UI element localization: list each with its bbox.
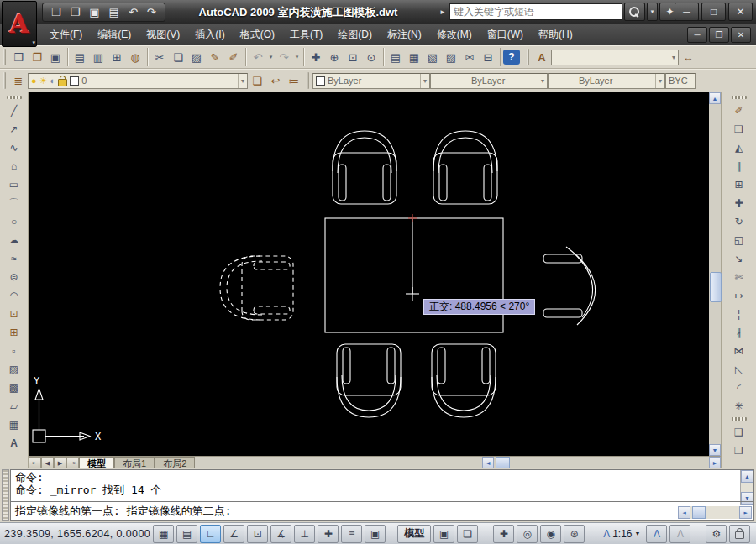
annotation-autoscale-icon[interactable]: Λ bbox=[669, 525, 690, 543]
markup-set-manager-icon[interactable]: ✉ bbox=[460, 48, 479, 66]
osnap-toggle[interactable]: ⊡ bbox=[247, 525, 268, 543]
zoom-previous-icon[interactable]: ⊙ bbox=[362, 48, 381, 66]
chamfer-icon[interactable]: ◺ bbox=[728, 360, 750, 379]
menu-modify[interactable]: 修改(M) bbox=[429, 24, 480, 45]
layer-properties-manager-icon[interactable]: ≣ bbox=[9, 71, 28, 90]
scroll-left-icon[interactable]: ◄ bbox=[678, 506, 690, 519]
command-window[interactable]: 命令: 命令: _mirror 找到 14 个 ▲ ▼ 指定镜像线的第一点: 指… bbox=[10, 469, 754, 521]
toolbar-grip[interactable] bbox=[527, 49, 529, 65]
command-vertical-scrollbar[interactable]: ▲ ▼ bbox=[740, 470, 753, 505]
plot-icon[interactable]: ▤ bbox=[71, 48, 89, 66]
command-history[interactable]: 命令: 命令: _mirror 找到 14 个 bbox=[11, 470, 753, 501]
command-input-line[interactable]: 指定镜像线的第一点: 指定镜像线的第二点: ◄ ► bbox=[11, 501, 753, 520]
layer-select[interactable]: ● ☀ ◐ 0 ▾ bbox=[28, 73, 248, 89]
annotation-visibility-icon[interactable]: Λ bbox=[646, 525, 667, 543]
scroll-left-icon[interactable]: ◄ bbox=[482, 457, 494, 468]
pan-icon[interactable]: ✚ bbox=[493, 525, 514, 543]
properties-icon[interactable]: ▤ bbox=[386, 48, 405, 66]
sheet-set-manager-icon[interactable]: ▨ bbox=[442, 48, 460, 66]
search-dropdown-button[interactable]: ▾ bbox=[647, 3, 658, 21]
toolbar-grip[interactable] bbox=[732, 417, 747, 421]
vertical-scrollbar[interactable]: ▲ ▼ bbox=[709, 92, 721, 456]
menu-format[interactable]: 格式(O) bbox=[233, 24, 282, 45]
toolbar-grip[interactable] bbox=[3, 72, 6, 89]
arc-icon[interactable]: ⌒ bbox=[3, 194, 25, 212]
copy-object-icon[interactable]: ❏ bbox=[728, 120, 750, 139]
redo-dropdown-icon[interactable]: ▾ bbox=[293, 54, 301, 60]
close-button[interactable]: ✕ bbox=[728, 3, 753, 21]
toolbar-lock-icon[interactable] bbox=[729, 525, 750, 543]
drawing-canvas[interactable]: Y X 正交: 488.4956 < 270° bbox=[29, 92, 709, 456]
doc-minimize-button[interactable]: ─ bbox=[687, 27, 707, 43]
doc-restore-button[interactable]: ❐ bbox=[709, 27, 729, 43]
workspace-gear-icon[interactable]: ⚙ bbox=[706, 525, 727, 543]
scale-icon[interactable]: ◱ bbox=[728, 231, 750, 249]
search-input[interactable] bbox=[449, 3, 622, 20]
scroll-up-icon[interactable]: ▲ bbox=[741, 470, 753, 483]
scroll-right-icon[interactable]: ► bbox=[739, 506, 752, 519]
paste-icon[interactable]: ▨ bbox=[187, 48, 206, 66]
maximize-button[interactable]: □ bbox=[701, 3, 726, 21]
toolbar-grip[interactable] bbox=[732, 96, 747, 99]
menu-dimension[interactable]: 标注(N) bbox=[380, 24, 429, 45]
qopen-icon[interactable]: ❐ bbox=[71, 7, 81, 18]
plot-style-select[interactable]: BYC bbox=[665, 73, 696, 89]
vertical-scroll-thumb[interactable] bbox=[710, 272, 722, 302]
ortho-toggle[interactable]: ∟ bbox=[200, 525, 221, 543]
dim-style-icon[interactable]: ↔ bbox=[679, 48, 697, 66]
new-icon[interactable]: ❒ bbox=[9, 48, 28, 66]
coordinates-readout[interactable]: 239.3509, 1655.6204, 0.0000 bbox=[4, 528, 150, 540]
break-icon[interactable]: ∦ bbox=[728, 323, 750, 342]
snap-toggle[interactable]: ▦ bbox=[153, 525, 174, 543]
erase-icon[interactable]: ✐ bbox=[728, 102, 750, 120]
open-icon[interactable]: ❐ bbox=[28, 48, 46, 66]
cut-icon[interactable]: ✂ bbox=[150, 48, 169, 66]
layer-states-icon[interactable]: ≔ bbox=[285, 71, 303, 90]
qundo-icon[interactable]: ↶ bbox=[129, 7, 138, 18]
publish-icon[interactable]: ⊞ bbox=[108, 48, 126, 66]
send-to-back-icon[interactable]: ❒ bbox=[728, 442, 750, 460]
horizontal-scrollbar[interactable]: ◄ ► bbox=[195, 457, 721, 469]
menu-tools[interactable]: 工具(T) bbox=[282, 24, 330, 45]
mirror-icon[interactable]: ◭ bbox=[728, 139, 750, 157]
annotation-scale-control[interactable]: Λ 1:16 ▼ bbox=[600, 526, 643, 542]
app-menu-button[interactable]: A ▾ bbox=[2, 1, 37, 47]
fillet-icon[interactable]: ◜ bbox=[728, 379, 750, 397]
menu-edit[interactable]: 编辑(E) bbox=[90, 24, 139, 45]
quick-view-drawings-icon[interactable]: ❏ bbox=[457, 525, 478, 543]
polar-toggle[interactable]: ∠ bbox=[223, 525, 244, 543]
ducs-toggle[interactable]: ⊥ bbox=[294, 525, 315, 543]
lineweight-select[interactable]: ByLayer ▾ bbox=[548, 73, 665, 89]
polygon-icon[interactable]: ⌂ bbox=[3, 157, 25, 175]
redo-icon[interactable]: ↷ bbox=[275, 48, 293, 66]
explode-icon[interactable]: ✳ bbox=[728, 397, 750, 416]
circle-icon[interactable]: ○ bbox=[3, 212, 25, 231]
infocenter-expand-icon[interactable]: ► bbox=[439, 8, 446, 16]
zoom-window-icon[interactable]: ⊡ bbox=[344, 48, 362, 66]
region-icon[interactable]: ▱ bbox=[3, 397, 25, 416]
construction-line-icon[interactable]: ↗ bbox=[3, 120, 25, 139]
quick-properties-toggle[interactable]: ▣ bbox=[365, 525, 386, 543]
text-style-icon[interactable]: A bbox=[533, 48, 551, 66]
plot-preview-icon[interactable]: ▥ bbox=[89, 48, 108, 66]
toolbar-grip[interactable] bbox=[7, 96, 22, 99]
join-icon[interactable]: ⋈ bbox=[728, 342, 750, 360]
polyline-icon[interactable]: ∿ bbox=[3, 139, 25, 157]
layer-previous-icon[interactable]: ↩ bbox=[266, 71, 285, 90]
scroll-right-icon[interactable]: ► bbox=[709, 457, 721, 468]
layer-lock-icon[interactable] bbox=[58, 79, 67, 86]
insert-block-icon[interactable]: ⊡ bbox=[3, 305, 25, 323]
stretch-icon[interactable]: ↘ bbox=[728, 249, 750, 268]
tool-palettes-icon[interactable]: ▧ bbox=[423, 48, 442, 66]
text-style-select[interactable]: ▾ bbox=[551, 50, 679, 65]
gradient-icon[interactable]: ▩ bbox=[3, 379, 25, 397]
make-block-icon[interactable]: ⊞ bbox=[3, 323, 25, 342]
tab-first-icon[interactable]: ⇤ bbox=[29, 457, 41, 469]
otrack-toggle[interactable]: ∡ bbox=[270, 525, 291, 543]
show-motion-icon[interactable]: ⊛ bbox=[564, 525, 585, 543]
scroll-up-icon[interactable]: ▲ bbox=[709, 92, 721, 104]
menu-help[interactable]: 帮助(H) bbox=[531, 24, 580, 45]
extend-icon[interactable]: ↦ bbox=[728, 286, 750, 305]
command-hscroll-thumb[interactable] bbox=[692, 506, 706, 519]
menu-window[interactable]: 窗口(W) bbox=[480, 24, 531, 45]
